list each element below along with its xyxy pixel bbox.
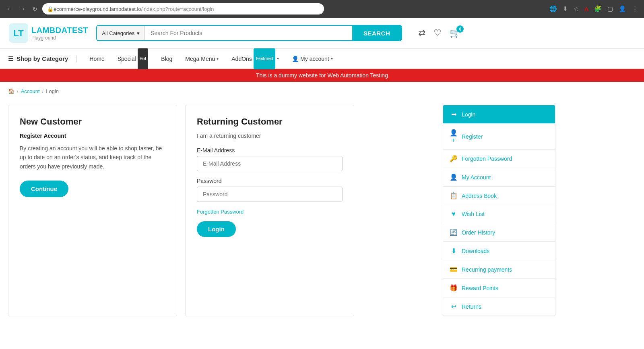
login-icon: ➡ (450, 110, 458, 118)
nav-blog-label: Blog (161, 49, 172, 69)
window-icon[interactable]: ▢ (606, 4, 614, 14)
bookmark-icon[interactable]: ☆ (572, 4, 580, 14)
register-icon: 👤+ (450, 129, 458, 144)
sidebar-item-forgotten-password[interactable]: 🔑 Forgotten Password (443, 150, 555, 168)
login-button[interactable]: Login (197, 221, 236, 237)
promo-text: This is a dummy website for Web Automati… (256, 72, 388, 79)
nav-home[interactable]: Home (83, 49, 111, 69)
browser-chrome: ← → ↻ 🔒 ecommerce-playground.lambdatest.… (0, 0, 644, 18)
chevron-down-icon: ▾ (137, 30, 140, 36)
download-icon[interactable]: ⬇ (561, 4, 569, 14)
breadcrumb-login: Login (46, 88, 59, 94)
logo[interactable]: LT LAMBDATEST Playground (8, 23, 88, 44)
download-icon: ⬇ (450, 247, 458, 255)
new-customer-title: New Customer (20, 116, 165, 127)
nav-special[interactable]: Special Hot (111, 49, 155, 69)
puzzle-icon[interactable]: 🧩 (593, 4, 603, 14)
profile-icon[interactable]: 👤 (617, 4, 627, 14)
header-icons: ⇄ ♡ 🛒 0 (418, 28, 460, 38)
refresh-button[interactable]: ↻ (31, 4, 39, 15)
nav-home-label: Home (89, 49, 104, 69)
more-icon[interactable]: ⋮ (631, 4, 639, 14)
header: LT LAMBDATEST Playground All Categories … (0, 18, 644, 49)
sidebar-item-reward-points[interactable]: 🎁 Reward Points (443, 279, 555, 297)
nav-bar: ☰ Shop by Category Home Special Hot Blog… (0, 49, 644, 69)
sidebar-item-address-book-label: Address Book (462, 193, 497, 199)
exchange-icon-button[interactable]: ⇄ (418, 28, 425, 38)
nav-mega-menu-label: Mega Menu (185, 49, 215, 69)
search-category-dropdown[interactable]: All Categories ▾ (97, 26, 145, 40)
main-content: New Customer Register Account By creatin… (0, 101, 564, 332)
address-bar[interactable]: 🔒 ecommerce-playground.lambdatest.io /in… (42, 3, 324, 15)
sidebar-item-login-label: Login (462, 111, 475, 118)
logo-text: LAMBDATEST Playground (31, 26, 88, 41)
forward-button[interactable]: → (18, 4, 27, 14)
breadcrumb: 🏠 / Account / Login (0, 82, 644, 101)
nav-special-label: Special (118, 49, 136, 69)
sidebar-item-order-history[interactable]: 🔄 Order History (443, 223, 555, 242)
nav-addons-label: AddOns (231, 49, 252, 69)
sidebar-item-wish-list[interactable]: ♥ Wish List (443, 205, 555, 223)
sidebar-item-recurring-payments[interactable]: 💳 Recurring payments (443, 260, 555, 279)
heart-icon: ♥ (450, 210, 458, 218)
email-input[interactable] (197, 156, 343, 171)
nav-addons[interactable]: AddOns Featured ▾ (225, 49, 285, 69)
new-customer-subtitle: Register Account (20, 133, 165, 139)
user-icon: 👤 (450, 173, 458, 181)
search-category-label: All Categories (102, 30, 134, 36)
sidebar-item-downloads-label: Downloads (462, 248, 489, 254)
sidebar-item-returns[interactable]: ↩ Returns (443, 297, 555, 316)
breadcrumb-home[interactable]: 🏠 (8, 88, 14, 94)
sidebar-item-reward-points-label: Reward Points (462, 285, 498, 291)
reward-points-icon: 🎁 (450, 284, 458, 292)
sidebar-item-register-label: Register (462, 133, 483, 140)
person-icon: 👤 (292, 49, 299, 69)
cart-icon-button[interactable]: 🛒 0 (450, 28, 460, 38)
svg-text:LT: LT (13, 28, 24, 38)
email-label: E-Mail Address (197, 147, 343, 154)
recurring-payments-icon: 💳 (450, 266, 458, 273)
address-book-icon: 📋 (450, 192, 458, 199)
my-account-arrow-icon: ▾ (331, 49, 333, 69)
password-input[interactable] (197, 187, 343, 202)
promo-bar: This is a dummy website for Web Automati… (0, 69, 644, 82)
sidebar-item-order-history-label: Order History (462, 229, 495, 236)
shop-by-category[interactable]: ☰ Shop by Category (8, 55, 76, 62)
key-icon: 🔑 (450, 155, 458, 162)
url-prefix: ecommerce-playground.lambdatest.io (54, 6, 141, 12)
sidebar-item-my-account[interactable]: 👤 My Account (443, 168, 555, 187)
returning-customer-subtitle: I am a returning customer (197, 133, 343, 139)
sidebar-item-downloads[interactable]: ⬇ Downloads (443, 242, 555, 260)
sidebar-item-wish-list-label: Wish List (462, 211, 485, 217)
forgotten-password-link[interactable]: Forgotten Password (197, 209, 244, 215)
featured-badge: Featured (254, 48, 275, 69)
nav-mega-menu[interactable]: Mega Menu ▾ (179, 49, 225, 69)
chrome-icon[interactable]: 🌐 (548, 4, 558, 14)
shop-by-category-label: Shop by Category (17, 55, 68, 62)
url-path: /index.php?route=account/login (141, 6, 214, 12)
hot-badge: Hot (138, 48, 149, 69)
continue-button[interactable]: Continue (20, 181, 68, 197)
hamburger-icon: ☰ (8, 55, 13, 62)
password-label: Password (197, 178, 343, 184)
nav-my-account[interactable]: 👤 My account ▾ (285, 49, 339, 69)
sidebar-item-address-book[interactable]: 📋 Address Book (443, 187, 555, 205)
back-button[interactable]: ← (5, 4, 14, 14)
extension-icon[interactable]: A (583, 4, 590, 14)
sidebar-item-register[interactable]: 👤+ Register (443, 124, 555, 150)
sidebar-item-login[interactable]: ➡ Login (443, 105, 555, 124)
sidebar-item-my-account-label: My Account (462, 174, 491, 181)
addons-arrow-icon: ▾ (277, 49, 279, 69)
search-bar: All Categories ▾ SEARCH (96, 25, 402, 41)
breadcrumb-sep-2: / (42, 88, 44, 94)
search-button[interactable]: SEARCH (352, 26, 401, 40)
order-history-icon: 🔄 (450, 229, 458, 236)
browser-icon-group: 🌐 ⬇ ☆ A 🧩 ▢ 👤 ⋮ (548, 4, 639, 14)
breadcrumb-account[interactable]: Account (21, 88, 40, 94)
returning-customer-title: Returning Customer (197, 116, 343, 127)
nav-blog[interactable]: Blog (155, 49, 179, 69)
search-input[interactable] (145, 26, 352, 40)
panels-area: New Customer Register Account By creatin… (8, 105, 433, 316)
sidebar-item-forgotten-password-label: Forgotten Password (462, 156, 512, 162)
wishlist-icon-button[interactable]: ♡ (433, 28, 442, 38)
